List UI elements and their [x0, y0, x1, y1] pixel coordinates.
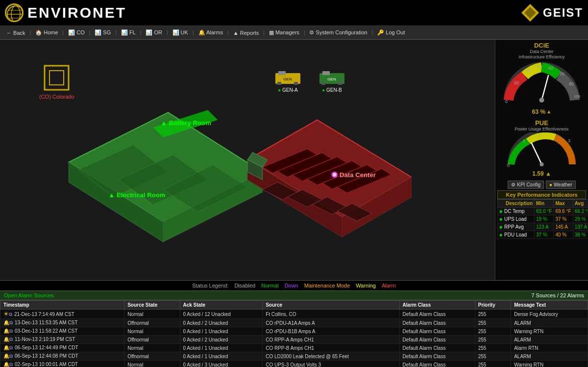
kpi-row-icon: ■: [499, 232, 502, 237]
floor-plan-area: (CO) Colorado GEN ● GEN-A: [0, 40, 495, 280]
alarm-cell-timestamp: ☀⧉21-Dec-13 7:14:49 AM CST: [0, 310, 124, 319]
alarm-timestamp: 02-Sep-13 10:00:01 AM CDT: [15, 362, 78, 367]
legend-alarm: Alarm: [382, 283, 396, 288]
alarm-cell-message: ALARM: [511, 352, 588, 361]
logo-globe-icon: [5, 3, 24, 22]
alarm-cell-ack-state: 0 Acked / 1 Unacked: [180, 344, 263, 352]
legend-down: Down: [285, 283, 298, 288]
alarm-cell-timestamp: 🔔⧉13-Dec-13 11:53:35 AM CST: [0, 319, 124, 327]
link-icon[interactable]: ⧉: [9, 353, 13, 359]
status-legend-label: Status Legend:: [192, 283, 228, 288]
legend-warning: Warning: [356, 283, 376, 288]
pue-value: 1.59 ▲: [497, 170, 586, 177]
legend-maintenance: Maintenance Mode: [304, 283, 350, 288]
kpi-row: ■DC Temp 63.0 °F 69.6 °F 66.2 °F: [498, 207, 588, 215]
dcie-title: DCiE: [497, 42, 586, 49]
nav-logout[interactable]: 🔑 Log Out: [374, 28, 408, 37]
alarm-cell-message: Dense Fog Advisory: [511, 310, 588, 319]
alarm-row[interactable]: 🔔⧉13-Dec-13 11:53:35 AM CST Offnormal 0 …: [0, 319, 588, 327]
alarm-icon: 🔔: [3, 345, 9, 350]
svg-line-48: [542, 76, 549, 100]
alarm-cell-source: CO LD2000 Leak Detected @ 65 Feet: [263, 352, 399, 361]
link-icon[interactable]: ⧉: [9, 320, 13, 325]
alarm-cell-alarm-class: Default Alarm Class: [399, 344, 475, 352]
kpi-col-min: Min: [535, 199, 554, 207]
kpi-row-max: 69.6 °F: [554, 207, 573, 215]
nav-managers[interactable]: ▦ Managers: [266, 28, 303, 37]
kpi-row-desc: ■RPP Avg: [498, 223, 535, 231]
alarm-cell-source-state: Offnormal: [124, 319, 180, 327]
link-icon[interactable]: ⧉: [9, 328, 13, 334]
nav-uk[interactable]: 📊 UK: [169, 28, 192, 37]
alarm-cell-source: CO UPS-3 Output Volts 3: [263, 361, 399, 367]
svg-text:70: 70: [560, 72, 564, 77]
alarm-cell-source-state: Normal: [124, 310, 180, 319]
floor-plan-container: (CO) Colorado GEN ● GEN-A: [0, 40, 495, 280]
dcie-gauge: 0 20 40 50 60 70 80 100: [497, 61, 586, 107]
alarm-cell-timestamp: 🔔⧉06-Sep-13 12:44:08 PM CDT: [0, 352, 124, 361]
svg-text:GEN: GEN: [327, 77, 336, 81]
nav-sg[interactable]: 📊 SG: [91, 28, 114, 37]
alarm-cell-message: Alarm RTN: [511, 344, 588, 352]
alarm-table: Timestamp Source State Ack State Source …: [0, 300, 588, 367]
kpi-row: ■RPP Avg 123 A 145 A 137 A: [498, 223, 588, 231]
nav-system-config[interactable]: ⚙ System Configuration: [306, 28, 370, 37]
alarm-col-source: Source: [263, 301, 399, 310]
pue-subtitle: Power Usage Effectiveness: [497, 127, 586, 131]
svg-point-49: [539, 98, 544, 103]
alarm-row[interactable]: ☀⧉21-Dec-13 7:14:49 AM CST Normal 0 Acke…: [0, 310, 588, 319]
kpi-config-button[interactable]: ⚙ KPI Config: [508, 181, 544, 189]
kpi-row-avg: 38 %: [573, 231, 588, 238]
nav-home[interactable]: 🏠 Home: [32, 28, 61, 37]
alarm-cell-priority: 255: [475, 336, 511, 344]
link-icon[interactable]: ⧉: [9, 362, 13, 367]
alarm-cell-ack-state: 0 Acked / 2 Unacked: [180, 336, 263, 344]
alarm-col-ack-state: Ack State: [180, 301, 263, 310]
alarm-cell-priority: 255: [475, 327, 511, 336]
alarm-row[interactable]: 🔔⧉03-Dec-13 11:58:22 AM CST Normal 0 Ack…: [0, 327, 588, 336]
kpi-buttons: ⚙ KPI Config ● Weather: [497, 181, 586, 189]
alarm-row[interactable]: 🔔⧉02-Sep-13 10:00:01 AM CDT Normal 0 Ack…: [0, 361, 588, 367]
nav-reports[interactable]: ▲ Reports: [230, 28, 262, 37]
weather-button[interactable]: ● Weather: [546, 181, 576, 189]
alarm-col-priority: Priority: [475, 301, 511, 310]
navbar: ← Back | 🏠 Home | 📊 CO | 📊 SG | 📊 FL | 📊…: [0, 26, 588, 40]
pue-section: PUE Power Usage Effectiveness: [497, 117, 586, 177]
alarm-cell-alarm-class: Default Alarm Class: [399, 361, 475, 367]
kpi-row: ■UPS Load 19 % 37 % 29 %: [498, 215, 588, 223]
svg-text:40: 40: [526, 68, 531, 73]
pue-gauge: 0 1 2 3: [497, 132, 586, 169]
alarm-cell-message: ALARM: [511, 319, 588, 327]
nav-or[interactable]: 📊 OR: [142, 28, 166, 37]
geist-text: GEIST: [543, 6, 583, 20]
svg-text:100: 100: [574, 94, 581, 99]
nav-co[interactable]: 📊 CO: [65, 28, 88, 37]
status-legend: Status Legend: Disabled Normal Down Main…: [0, 281, 588, 290]
alarm-cell-timestamp: 🔔⧉03-Dec-13 11:58:22 AM CST: [0, 327, 124, 336]
svg-text:0: 0: [507, 163, 510, 168]
link-icon[interactable]: ⧉: [9, 345, 13, 350]
kpi-row-avg: 137 A: [573, 223, 588, 231]
alarm-timestamp: 03-Dec-13 11:58:22 AM CST: [15, 328, 77, 334]
alarm-row[interactable]: 🔔⧉06-Sep-13 12:44:49 PM CDT Normal 0 Ack…: [0, 344, 588, 352]
nav-fl[interactable]: 📊 FL: [118, 28, 139, 37]
svg-rect-15: [322, 71, 330, 75]
svg-rect-10: [278, 71, 286, 75]
floorplan-svg[interactable]: ▲ Battery Room ▲ Electrical Room: [64, 81, 412, 268]
kpi-row-min: 37 %: [535, 231, 554, 238]
alarm-icon: 🔔: [3, 320, 9, 325]
nav-back[interactable]: ← Back: [3, 28, 29, 37]
link-icon[interactable]: ⧉: [9, 312, 12, 317]
alarm-cell-message: Warning RTN: [511, 361, 588, 367]
alarm-row[interactable]: 🔔⧉11-Nov-13 2:10:19 PM CST Offnormal 0 A…: [0, 336, 588, 344]
svg-text:GEN: GEN: [283, 77, 292, 81]
svg-text:50: 50: [537, 64, 542, 69]
nav-alarms[interactable]: 🔔 Alarms: [195, 28, 227, 37]
kpi-col-avg: Avg: [573, 199, 588, 207]
alarm-row[interactable]: 🔔⧉06-Sep-13 12:44:08 PM CDT Offnormal 0 …: [0, 352, 588, 361]
kpi-row: ■PDU Load 37 % 40 % 38 %: [498, 231, 588, 238]
sun-icon: ☀: [3, 311, 9, 317]
alarm-cell-timestamp: 🔔⧉11-Nov-13 2:10:19 PM CST: [0, 336, 124, 344]
link-icon[interactable]: ⧉: [9, 337, 13, 342]
alarm-col-alarm-class: Alarm Class: [399, 301, 475, 310]
